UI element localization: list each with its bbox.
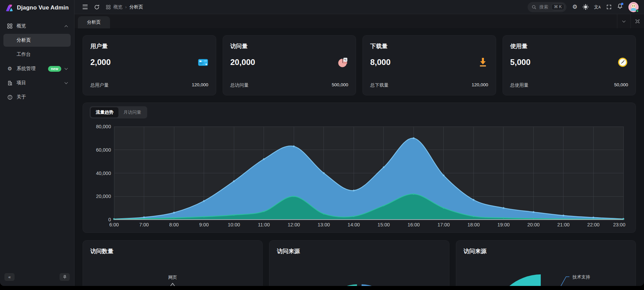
svg-text:15:00: 15:00 — [378, 222, 390, 227]
notifications-bell-icon[interactable] — [617, 3, 623, 10]
dashboard-icon — [7, 23, 13, 29]
sidebar-footer: « — [0, 270, 74, 286]
sidebar: Djagno Vue Admin 概览 分析页 工作台 — [0, 0, 74, 286]
sidebar-nav: 概览 分析页 工作台 ⚙ 系统管理 new — [0, 15, 74, 270]
sidebar-item-workbench[interactable]: 工作台 — [3, 48, 71, 61]
svg-text:60,000: 60,000 — [96, 147, 111, 153]
sidebar-item-about[interactable]: 关于 — [3, 91, 71, 104]
search-input[interactable]: 搜索 ⌘ K — [528, 2, 567, 12]
tab-analysis[interactable]: 分析页 — [78, 16, 110, 28]
info-circle-icon — [7, 95, 13, 100]
card-title: 访问数量 — [90, 247, 255, 255]
tab-monthly-visits[interactable]: 月访问量 — [118, 107, 146, 117]
sidebar-item-label: 工作台 — [17, 51, 31, 58]
stat-title: 用户量 — [90, 42, 208, 50]
fullscreen-icon[interactable] — [606, 4, 612, 9]
svg-text:12:00: 12:00 — [288, 222, 300, 227]
gear-icon: ⚙ — [7, 66, 13, 72]
app-window: Djagno Vue Admin 概览 分析页 工作台 — [0, 0, 644, 286]
pie-doc-icon: % — [337, 57, 348, 68]
svg-text:11:00: 11:00 — [258, 222, 270, 227]
chevron-down-icon — [622, 19, 626, 22]
stat-value: 8,000 — [370, 58, 391, 67]
stat-total-value: 120,000 — [472, 82, 488, 88]
bottom-row: 访问数量 网页 访问来源 访问来源 — [83, 240, 636, 286]
breadcrumb-root[interactable]: 概览 — [113, 4, 123, 10]
stat-title: 访问量 — [230, 42, 349, 50]
sidebar-item-project[interactable]: 项目 — [3, 76, 71, 89]
sidebar-item-label: 概览 — [17, 23, 26, 29]
language-icon[interactable]: 文A — [594, 4, 601, 10]
tab-traffic-trend[interactable]: 流量趋势 — [91, 107, 118, 117]
refresh-icon[interactable] — [94, 4, 99, 10]
search-placeholder: 搜索 — [539, 4, 548, 10]
stat-value: 5,000 — [510, 58, 531, 67]
content-fullscreen-button[interactable] — [630, 14, 644, 28]
theme-sun-icon[interactable] — [584, 5, 587, 8]
topbar: 概览 › 分析页 搜索 ⌘ K ⚙ 文A — [74, 0, 644, 14]
sidebar-item-overview[interactable]: 概览 — [3, 20, 71, 32]
stat-card-usage: 使用量 5,000 总使用量 50,000 — [503, 35, 636, 95]
svg-text:14:00: 14:00 — [348, 222, 360, 227]
pie-chart-fragment — [456, 241, 636, 286]
svg-text:7:00: 7:00 — [139, 222, 149, 227]
stat-value: 2,000 — [90, 58, 111, 67]
new-badge: new — [48, 66, 61, 72]
visit-source-pie-card: 访问来源 — [269, 240, 449, 286]
stat-total-label: 总用户量 — [90, 82, 109, 88]
breadcrumb: 概览 › 分析页 — [106, 4, 143, 10]
svg-text:10:00: 10:00 — [228, 222, 240, 227]
svg-text:40,000: 40,000 — [96, 171, 111, 176]
svg-text:18:00: 18:00 — [467, 222, 480, 227]
chevron-down-icon — [65, 67, 68, 70]
building-icon — [7, 81, 13, 86]
stat-total-label: 总访问量 — [230, 82, 249, 88]
app-logo-icon — [5, 3, 14, 13]
search-shortcut-badge: ⌘ K — [551, 4, 564, 10]
svg-text:21:00: 21:00 — [557, 222, 570, 227]
visit-source-pie-card-2: 访问来源 技术支持 — [456, 240, 636, 286]
tab-list-dropdown-button[interactable] — [617, 14, 630, 28]
stats-row: 用户量 2,000 总用户量 120,000 — [83, 35, 636, 95]
sidebar-pin-button[interactable] — [60, 273, 70, 281]
sidebar-collapse-button[interactable]: « — [4, 273, 15, 281]
settings-gear-icon[interactable]: ⚙ — [572, 4, 577, 10]
sidebar-item-analysis[interactable]: 分析页 — [3, 34, 71, 47]
svg-text:80,000: 80,000 — [96, 124, 111, 129]
svg-text:22:00: 22:00 — [587, 222, 599, 227]
stat-card-users: 用户量 2,000 总用户量 120,000 — [83, 35, 216, 95]
notification-dot — [621, 3, 623, 5]
svg-text:0: 0 — [108, 217, 111, 222]
stat-total-value: 120,000 — [192, 82, 208, 88]
clock-icon — [617, 57, 628, 68]
svg-text:13:00: 13:00 — [318, 222, 330, 227]
svg-text:19:00: 19:00 — [497, 222, 510, 227]
area-chart-canvas: 020,00040,00060,00080,0006:007:008:009:0… — [90, 122, 629, 230]
sidebar-item-system[interactable]: ⚙ 系统管理 new — [3, 62, 71, 75]
svg-text:8:00: 8:00 — [169, 222, 179, 227]
pie-slice-label: 技术支持 — [573, 274, 590, 280]
stat-total-label: 总下载量 — [370, 82, 388, 88]
tabbar: 分析页 — [74, 14, 644, 29]
app-title: Djagno Vue Admin — [17, 4, 69, 11]
svg-text:6:00: 6:00 — [109, 222, 119, 227]
traffic-trend-chart: 020,00040,00060,00080,0006:007:008:009:0… — [90, 122, 629, 230]
chevron-up-icon — [65, 25, 68, 28]
svg-text:23:00: 23:00 — [613, 222, 625, 227]
logo-row[interactable]: Djagno Vue Admin — [0, 1, 74, 15]
search-icon — [532, 5, 536, 9]
sidebar-toggle-icon[interactable] — [83, 5, 88, 9]
content: 用户量 2,000 总用户量 120,000 — [74, 29, 644, 286]
pie-chart-fragment — [269, 241, 449, 286]
svg-text:16:00: 16:00 — [407, 222, 420, 227]
radar-axis-label: 网页 — [83, 274, 262, 281]
avatar[interactable] — [628, 2, 639, 12]
svg-text:20,000: 20,000 — [96, 194, 111, 199]
svg-text:%: % — [344, 58, 347, 61]
stat-card-downloads: 下载量 8,000 总下载量 120,000 — [362, 35, 496, 95]
sidebar-item-label: 系统管理 — [17, 66, 36, 72]
stat-card-visits: 访问量 20,000 % 总访问量 500,000 — [223, 35, 356, 95]
visit-count-card: 访问数量 网页 — [83, 240, 263, 286]
stat-total-label: 总使用量 — [510, 82, 529, 88]
sidebar-item-label: 分析页 — [17, 37, 31, 43]
